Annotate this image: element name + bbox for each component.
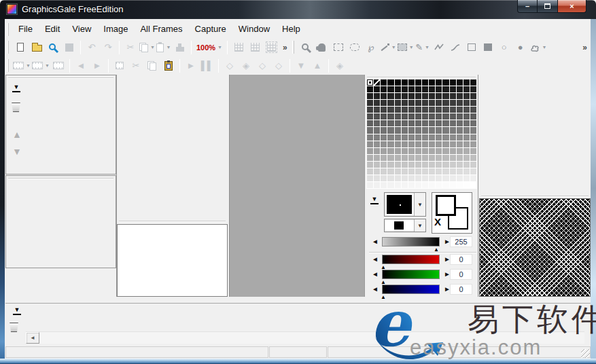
move-layer-up-button[interactable]: ▲ <box>310 58 325 73</box>
palette-cell[interactable] <box>463 79 470 86</box>
magic-wand-button[interactable]: ▼ <box>380 40 396 55</box>
menu-edit[interactable]: Edit <box>39 20 66 38</box>
chevron-down-icon[interactable]: ▼ <box>391 45 396 50</box>
palette-cell[interactable] <box>381 100 387 106</box>
play-button[interactable]: ► <box>183 58 198 73</box>
palette-cell[interactable] <box>450 79 456 86</box>
palette-cell[interactable] <box>463 86 470 92</box>
resize-grip[interactable] <box>581 349 590 358</box>
palette-cell[interactable] <box>436 155 442 161</box>
previous-frame-button[interactable]: ◄ <box>73 58 88 73</box>
green-value[interactable]: 0 <box>450 269 472 280</box>
palette-cell[interactable] <box>415 120 421 126</box>
palette-cell[interactable] <box>429 107 435 113</box>
close-button[interactable]: × <box>557 0 586 13</box>
palette-cell[interactable] <box>387 86 393 92</box>
palette-cell[interactable] <box>381 113 387 120</box>
alpha-value[interactable]: 255 <box>450 236 472 247</box>
palette-cell[interactable] <box>422 93 428 99</box>
pause-button[interactable]: ▌▌ <box>200 58 215 73</box>
toolbar-overflow-chevron[interactable]: » <box>279 43 291 52</box>
palette-cell[interactable] <box>367 79 373 86</box>
palette-cell[interactable] <box>470 113 476 120</box>
select-ellipse-button[interactable] <box>347 40 362 55</box>
palette-cell[interactable] <box>442 100 449 106</box>
palette-cell[interactable] <box>374 100 380 106</box>
palette-cell[interactable] <box>457 148 463 154</box>
palette-cell[interactable] <box>381 93 387 99</box>
palette-cell[interactable] <box>374 182 380 188</box>
add-layer-button[interactable]: ◇ <box>222 58 237 73</box>
palette-cell[interactable] <box>436 175 442 181</box>
palette-cell[interactable] <box>429 113 435 120</box>
palette-cell[interactable] <box>408 175 415 181</box>
preview-panel-splitter[interactable] <box>479 194 591 198</box>
open-file-button[interactable] <box>29 40 44 55</box>
palette-cell[interactable] <box>408 162 415 168</box>
palette-cell[interactable] <box>422 120 428 126</box>
palette-cell[interactable] <box>374 86 380 92</box>
palette-cell[interactable] <box>408 113 415 120</box>
palette-cell[interactable] <box>470 127 476 133</box>
palette-cell[interactable] <box>367 141 373 147</box>
palette-cell[interactable] <box>457 86 463 92</box>
save-button[interactable] <box>62 40 77 55</box>
palette-cell[interactable] <box>463 155 470 161</box>
curve-button[interactable] <box>448 40 463 55</box>
palette-cell[interactable] <box>457 93 463 99</box>
palette-cell[interactable] <box>374 113 380 120</box>
zoom-level-combo[interactable]: 100%▼ <box>196 43 222 52</box>
palette-cell[interactable] <box>450 107 456 113</box>
palette-cell[interactable] <box>463 162 470 168</box>
palette-cell[interactable] <box>402 120 408 126</box>
palette-cell[interactable] <box>408 100 415 106</box>
palette-cell[interactable] <box>381 86 387 92</box>
chevron-down-icon[interactable]: ▼ <box>45 63 50 68</box>
palette-cell[interactable] <box>395 162 401 168</box>
blue-decrease-arrow[interactable]: ◄ <box>372 285 379 294</box>
transparency-preview[interactable] <box>479 198 591 297</box>
palette-cell[interactable] <box>374 162 380 168</box>
alpha-slider[interactable] <box>382 237 440 247</box>
palette-cell[interactable] <box>387 79 393 86</box>
select-pattern-button[interactable]: ▼ <box>398 40 414 55</box>
palette-cell[interactable] <box>408 148 415 154</box>
palette-cell[interactable] <box>381 141 387 147</box>
palette-cell[interactable] <box>436 141 442 147</box>
palette-cell[interactable] <box>374 168 380 175</box>
palette-cell[interactable] <box>408 127 415 133</box>
palette-cell[interactable] <box>387 107 393 113</box>
palette-cell[interactable] <box>463 113 470 120</box>
palette-cell[interactable] <box>408 182 415 188</box>
palette-cell[interactable] <box>463 141 470 147</box>
palette-cell[interactable] <box>408 141 415 147</box>
palette-cell[interactable] <box>415 148 421 154</box>
palette-cell[interactable] <box>395 100 401 106</box>
ellipse-button[interactable]: ○ <box>497 40 512 55</box>
palette-cell[interactable] <box>429 168 435 175</box>
palette-cell[interactable] <box>422 141 428 147</box>
redo-button[interactable]: ↷ <box>101 40 116 55</box>
menu-image[interactable]: Image <box>97 20 134 38</box>
palette-cell[interactable] <box>402 93 408 99</box>
palette-cell[interactable] <box>415 155 421 161</box>
select-rectangle-button[interactable] <box>331 40 346 55</box>
palette-cell[interactable] <box>367 155 373 161</box>
palette-cell[interactable] <box>450 155 456 161</box>
palette-cell[interactable] <box>470 93 476 99</box>
palette-cell[interactable] <box>374 155 380 161</box>
move-up-icon[interactable]: ▲ <box>12 130 22 139</box>
palette-cell[interactable] <box>387 93 393 99</box>
title-bar[interactable]: GraphicsGale FreeEdition – × <box>0 0 596 19</box>
palette-cell[interactable] <box>402 127 408 133</box>
palette-cell[interactable] <box>463 100 470 106</box>
palette-cell[interactable] <box>387 155 393 161</box>
new-file-button[interactable] <box>13 40 28 55</box>
palette-cell[interactable] <box>470 162 476 168</box>
palette-cell[interactable] <box>450 100 456 106</box>
blue-value[interactable]: 0 <box>450 284 472 295</box>
custom-grid-button[interactable] <box>264 40 279 55</box>
filled-ellipse-button[interactable]: ● <box>513 40 528 55</box>
palette-cell[interactable] <box>436 168 442 175</box>
palette-cell[interactable] <box>387 100 393 106</box>
